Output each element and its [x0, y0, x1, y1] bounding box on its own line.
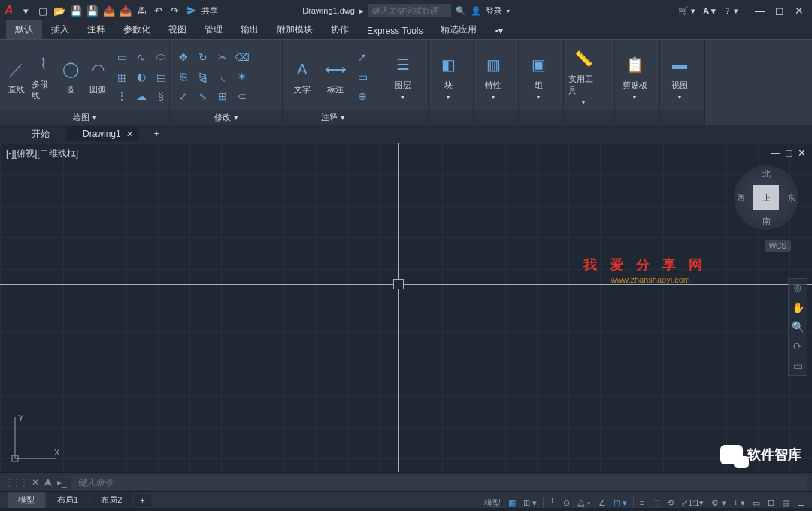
tab-featured[interactable]: 精选应用: [432, 20, 486, 39]
vp-maximize-icon[interactable]: ◻: [785, 147, 793, 159]
panel-expand-icon[interactable]: ▾: [341, 113, 345, 122]
tab-addins[interactable]: 附加模块: [268, 20, 322, 39]
nav-showmotion-icon[interactable]: ▭: [793, 360, 803, 372]
maximize-button[interactable]: ◻: [771, 4, 788, 17]
search-icon[interactable]: 🔍: [456, 6, 466, 16]
region-icon[interactable]: ◐: [132, 68, 150, 86]
panel-expand-icon[interactable]: ▾: [92, 113, 97, 122]
add-layout-button[interactable]: +: [134, 494, 150, 507]
tab-default[interactable]: 默认: [6, 20, 42, 39]
viewcube-top-face[interactable]: 上: [753, 185, 779, 210]
status-grid-icon[interactable]: ▦: [505, 496, 519, 509]
helix-icon[interactable]: §: [152, 87, 170, 105]
line-button[interactable]: ／直线: [5, 57, 29, 95]
status-ortho-icon[interactable]: └: [547, 496, 559, 509]
tab-view[interactable]: 视图: [159, 20, 195, 39]
undo-icon[interactable]: ↶: [151, 3, 166, 18]
circle-button[interactable]: ◯圆: [59, 57, 83, 95]
viewcube-south[interactable]: 南: [762, 216, 771, 227]
login-label[interactable]: 登录: [486, 5, 502, 17]
revision-icon[interactable]: ☁: [132, 87, 150, 105]
viewport-label[interactable]: [-][俯视][二维线框]: [6, 147, 78, 160]
text-button[interactable]: A文字: [287, 57, 317, 95]
ellipse-icon[interactable]: ⬭: [152, 48, 170, 66]
share-icon[interactable]: [184, 3, 199, 18]
leader-icon[interactable]: ↗: [353, 48, 371, 66]
share-label[interactable]: 共享: [201, 5, 218, 17]
trim-icon[interactable]: ✂: [214, 48, 232, 66]
status-osnap-tracking-icon[interactable]: ∠: [595, 496, 609, 509]
tab-collab[interactable]: 协作: [322, 20, 358, 39]
cart-icon[interactable]: 🛒 ▾: [678, 6, 695, 16]
status-annoscale[interactable]: ⤢ 1:1 ▾: [678, 496, 707, 509]
tab-drawing1[interactable]: Drawing1✕: [66, 126, 138, 141]
export-icon[interactable]: 📤: [102, 3, 117, 18]
copy-icon[interactable]: ⎘: [174, 68, 192, 86]
status-iso-icon[interactable]: ⧋ ▾: [574, 496, 594, 509]
tab-output[interactable]: 输出: [232, 20, 268, 39]
rotate-icon[interactable]: ↻: [194, 48, 212, 66]
spline-icon[interactable]: ∿: [132, 48, 150, 66]
tab-parametric[interactable]: 参数化: [114, 20, 159, 39]
nav-zoom-icon[interactable]: 🔍: [792, 321, 804, 333]
nav-wheel-icon[interactable]: ⊚: [793, 282, 802, 294]
search-input[interactable]: [368, 4, 451, 17]
minimize-button[interactable]: —: [752, 4, 768, 17]
viewcube-west[interactable]: 西: [737, 192, 745, 204]
tab-layout1[interactable]: 布局1: [47, 492, 89, 508]
table-icon[interactable]: ▤: [152, 68, 170, 86]
viewcube-north[interactable]: 北: [762, 168, 771, 180]
move-icon[interactable]: ✥: [174, 48, 192, 66]
stretch-icon[interactable]: ⤢: [174, 87, 192, 105]
explode-icon[interactable]: ✶: [233, 68, 251, 86]
arc-button[interactable]: ◠圆弧: [86, 57, 110, 95]
array-icon[interactable]: ⊞: [214, 87, 232, 105]
offset-icon[interactable]: ⊂: [233, 87, 251, 105]
tab-model[interactable]: 模型: [8, 492, 45, 508]
tab-annotate[interactable]: 注释: [78, 20, 114, 39]
status-transparency-icon[interactable]: ⬚: [649, 496, 662, 509]
print-icon[interactable]: 🖶: [135, 3, 150, 18]
status-snap-icon[interactable]: ⊞ ▾: [520, 496, 540, 509]
panel-expand-icon[interactable]: ▾: [234, 113, 238, 122]
mirror-icon[interactable]: ⧎: [194, 68, 212, 86]
viewcube[interactable]: 上 北 南 西 东: [734, 165, 798, 230]
tab-extra-icon[interactable]: ▪▾: [486, 23, 511, 39]
block-button[interactable]: ◧块▾: [433, 53, 463, 101]
tab-start[interactable]: 开始: [15, 125, 66, 143]
tol-icon[interactable]: ▭: [353, 68, 371, 86]
tab-layout2[interactable]: 布局2: [90, 492, 132, 508]
status-cycle-icon[interactable]: ⟲: [664, 496, 677, 509]
status-plus-icon[interactable]: + ▾: [731, 496, 748, 509]
autodesk-icon[interactable]: A ▾: [703, 6, 716, 16]
view-button[interactable]: ▬视图▾: [665, 53, 695, 101]
status-osnap-icon[interactable]: ◻ ▾: [611, 496, 630, 509]
status-hw-icon[interactable]: ⊡: [765, 496, 777, 509]
group-button[interactable]: ▣组▾: [523, 53, 553, 101]
wcs-badge[interactable]: WCS: [765, 240, 791, 252]
hatch-icon[interactable]: ▦: [113, 68, 131, 86]
new-tab-button[interactable]: +: [138, 126, 171, 141]
tab-insert[interactable]: 插入: [42, 20, 78, 39]
erase-icon[interactable]: ⌫: [233, 48, 251, 66]
close-tab-icon[interactable]: ✕: [126, 129, 133, 139]
polyline-button[interactable]: ⌇多段线: [32, 52, 56, 101]
vp-close-icon[interactable]: ✕: [798, 147, 806, 159]
status-menu-icon[interactable]: ☰: [794, 496, 807, 509]
point-icon[interactable]: ⋮: [113, 87, 131, 105]
cmd-handle-icon[interactable]: ⋮⋮⋮: [5, 477, 27, 488]
help-icon[interactable]: ？ ▾: [723, 5, 738, 17]
tab-manage[interactable]: 管理: [195, 20, 232, 39]
command-input[interactable]: [71, 475, 807, 490]
viewcube-east[interactable]: 东: [787, 192, 795, 204]
status-lineweight-icon[interactable]: ≡: [637, 496, 647, 509]
close-button[interactable]: ✕: [791, 4, 807, 17]
scale-icon[interactable]: ⤡: [194, 87, 212, 105]
clipboard-button[interactable]: 📋剪贴板▾: [620, 53, 650, 101]
nav-pan-icon[interactable]: ✋: [792, 301, 804, 313]
status-clean-icon[interactable]: ▤: [779, 496, 792, 509]
fillet-icon[interactable]: ◟: [214, 68, 232, 86]
qat-dropdown-icon[interactable]: ▾: [19, 3, 34, 18]
save-icon[interactable]: 💾: [68, 3, 83, 18]
status-model[interactable]: 模型: [481, 496, 504, 509]
